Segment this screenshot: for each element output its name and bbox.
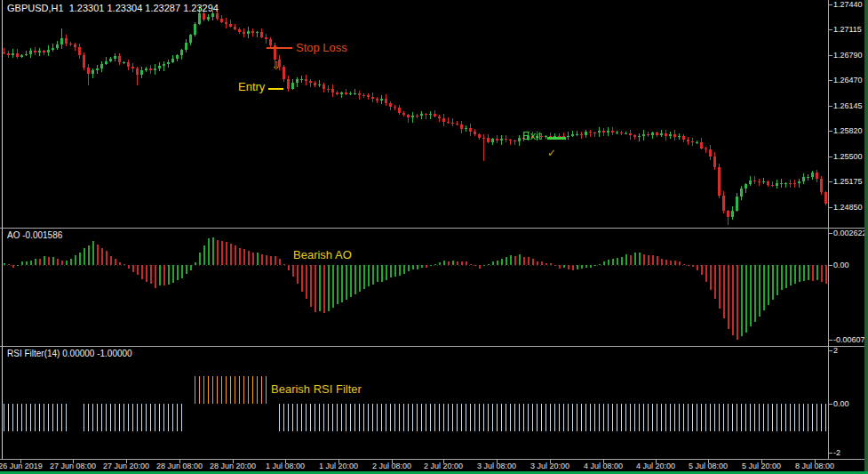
time-axis-label: 27 Jun 08:00 bbox=[50, 462, 96, 470]
price-axis-label: 1.26145 bbox=[833, 101, 863, 110]
price-axis-label: 1.25500 bbox=[833, 152, 863, 161]
ao-axis-label: 0.00 bbox=[833, 261, 849, 269]
chart-title: GBPUSD,H1 1.23301 1.23304 1.23287 1.2329… bbox=[7, 3, 219, 13]
time-axis-label: 27 Jun 20:00 bbox=[103, 462, 149, 470]
sell-arrow-icon: ⇩ bbox=[272, 60, 281, 72]
rsi-axis-label: 0.00 bbox=[833, 399, 849, 408]
stop-loss-label: Stop Loss bbox=[296, 42, 347, 54]
exit-label: Exit bbox=[522, 130, 542, 142]
price-axis-label: 1.27440 bbox=[833, 0, 863, 9]
time-axis-label: 3 Jul 20:00 bbox=[530, 462, 569, 470]
ao-panel[interactable] bbox=[0, 229, 829, 346]
price-axis-label: 1.26790 bbox=[833, 51, 863, 60]
rsi-panel[interactable] bbox=[0, 347, 829, 459]
time-axis-label: 28 Jun 08:00 bbox=[156, 462, 203, 470]
price-axis-label: 1.26470 bbox=[833, 76, 863, 84]
time-axis-label: 5 Jul 20:00 bbox=[742, 462, 781, 470]
time-axis-label: 2 Jul 08:00 bbox=[372, 462, 411, 470]
bearish-ao-label: Bearish AO bbox=[293, 249, 352, 261]
bearish-rsi-label: Bearish RSI Filter bbox=[271, 383, 362, 396]
time-axis-label: 3 Jul 08:00 bbox=[477, 462, 516, 470]
rsi-panel-label: RSI Filter(14) 0.00000 -1.00000 bbox=[7, 349, 132, 358]
ao-panel-label: AO -0.001586 bbox=[7, 230, 62, 240]
time-axis-label: 4 Jul 08:00 bbox=[584, 462, 623, 470]
price-panel[interactable] bbox=[0, 0, 829, 228]
ao-axis-label: 0.002622 bbox=[833, 229, 867, 237]
checkmark-icon: ✓ bbox=[547, 147, 556, 159]
entry-label: Entry bbox=[238, 81, 265, 93]
time-axis-label: 5 Jul 08:00 bbox=[689, 462, 728, 470]
window-right-border bbox=[864, 0, 868, 474]
time-axis-label: 2 Jul 20:00 bbox=[424, 462, 463, 470]
time-axis-label: 4 Jul 20:00 bbox=[636, 462, 675, 470]
time-axis-label: 1 Jul 08:00 bbox=[266, 462, 305, 470]
price-axis-label: 1.25820 bbox=[833, 126, 863, 135]
price-axis-label: 1.25175 bbox=[833, 177, 863, 186]
price-axis-label: 1.27115 bbox=[833, 25, 862, 34]
ao-axis-label: -0.006071 bbox=[833, 335, 868, 344]
rsi-axis-label: 2 bbox=[833, 346, 838, 355]
chart-window: GBPUSD,H1 1.23301 1.23304 1.23287 1.2329… bbox=[0, 0, 868, 474]
time-axis-label: 1 Jul 20:00 bbox=[319, 462, 358, 470]
time-axis-label: 8 Jul 08:00 bbox=[795, 462, 834, 470]
rsi-axis-label: -2 bbox=[833, 448, 840, 457]
time-axis-label: 28 Jun 20:00 bbox=[210, 462, 256, 470]
price-axis-label: 1.24850 bbox=[833, 203, 863, 212]
time-axis-label: 26 Jun 2019 bbox=[0, 462, 43, 470]
